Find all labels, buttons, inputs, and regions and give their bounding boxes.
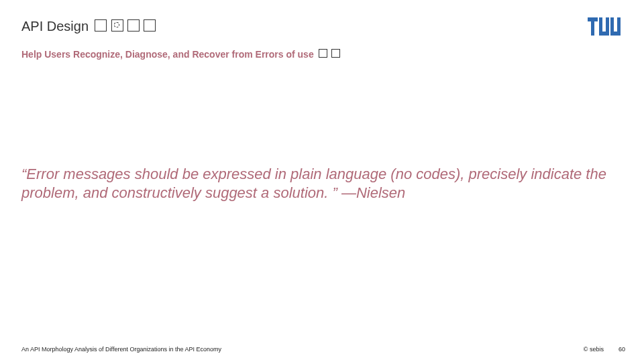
slide-title: API Design: [21, 19, 89, 34]
slide-header: API Design: [21, 19, 623, 34]
svg-rect-0: [588, 17, 591, 21]
footer-copyright: © sebis: [584, 346, 604, 353]
footer-right: © sebis 60: [584, 346, 625, 353]
svg-rect-6: [610, 17, 614, 36]
subtitle-glyph-group: [318, 48, 341, 60]
svg-rect-1: [591, 17, 594, 36]
placeholder-glyph-icon: [127, 19, 140, 32]
placeholder-glyph-icon: [95, 19, 107, 32]
footer-left-text: An API Morphology Analysis of Different …: [21, 346, 221, 353]
placeholder-glyph-icon: [331, 49, 340, 58]
slide-footer: An API Morphology Analysis of Different …: [21, 346, 625, 353]
quote-text: “Error messages should be expressed in p…: [21, 165, 617, 202]
placeholder-glyph-icon: [144, 19, 156, 32]
tum-logo-icon: [588, 17, 623, 36]
svg-rect-3: [599, 17, 602, 36]
footer-page-number: 60: [619, 346, 625, 353]
slide-title-line: API Design: [21, 19, 156, 34]
svg-rect-5: [606, 17, 609, 36]
svg-rect-7: [614, 32, 617, 36]
tum-logo: [588, 17, 623, 39]
placeholder-glyph-icon: [111, 19, 123, 32]
glyph-group: [94, 19, 156, 34]
slide-subtitle: Help Users Recognize, Diagnose, and Reco…: [21, 49, 314, 60]
svg-rect-4: [602, 32, 606, 36]
placeholder-glyph-icon: [319, 49, 327, 58]
svg-rect-2: [594, 17, 598, 21]
slide-subtitle-line: Help Users Recognize, Diagnose, and Reco…: [21, 48, 341, 60]
svg-rect-8: [617, 17, 621, 36]
